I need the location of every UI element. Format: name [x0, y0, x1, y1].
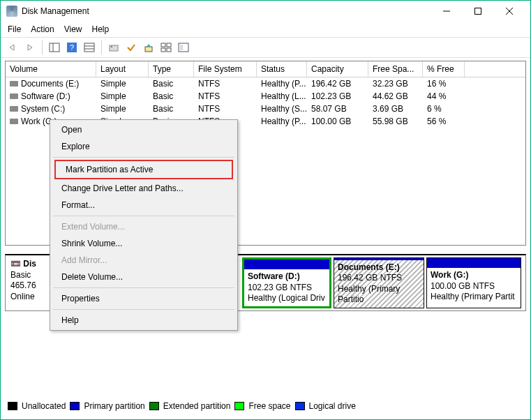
- partition-size: 100.00 GB NTFS: [431, 281, 495, 291]
- cell-layout: Simple: [96, 91, 149, 102]
- disk-icon: 📼: [10, 259, 23, 269]
- titlebar: Disk Management: [1, 1, 530, 22]
- partition-name: Documents (E:): [338, 262, 400, 272]
- col-pct[interactable]: % Free: [423, 61, 465, 77]
- list-icon: [84, 43, 95, 52]
- volume-name: System (C:): [21, 104, 65, 114]
- swatch-extended: [149, 402, 159, 410]
- action2-button[interactable]: [158, 40, 174, 55]
- cell-status: Healthy (S...: [257, 103, 307, 114]
- cm-open[interactable]: Open: [52, 121, 236, 138]
- col-layout[interactable]: Layout: [96, 61, 149, 77]
- menu-file[interactable]: File: [8, 24, 21, 34]
- help-icon: ?: [66, 42, 77, 53]
- maximize-button[interactable]: [462, 1, 493, 21]
- volume-name: Documents (E:): [21, 79, 79, 89]
- help-button[interactable]: ?: [64, 40, 80, 55]
- action1-button[interactable]: [141, 40, 156, 55]
- cm-explore[interactable]: Explore: [52, 138, 236, 155]
- legend-free: Free space: [248, 401, 290, 411]
- cell-free: 44.62 GB: [368, 91, 423, 102]
- cm-properties[interactable]: Properties: [52, 290, 236, 307]
- disk-status: Online: [10, 292, 35, 301]
- refresh-button[interactable]: [106, 40, 121, 55]
- window-controls: [431, 1, 525, 21]
- cell-fs: NTFS: [194, 78, 257, 89]
- cell-pct: 6 %: [423, 103, 465, 114]
- partition-health: Healthy (Primary Partitio: [338, 284, 400, 305]
- svg-rect-11: [110, 45, 118, 51]
- legend-extended: Extended partition: [163, 401, 231, 411]
- svg-rect-4: [50, 43, 59, 52]
- cell-status: Healthy (P...: [257, 78, 307, 89]
- cm-separator: [53, 216, 234, 216]
- cm-mark-active[interactable]: Mark Partition as Active: [56, 161, 232, 178]
- col-fs[interactable]: File System: [194, 61, 257, 77]
- svg-point-12: [111, 46, 112, 47]
- swatch-unallocated: [8, 402, 17, 410]
- close-button[interactable]: [493, 1, 525, 21]
- grid-icon: [160, 43, 172, 52]
- partition-health: Healthy (Primary Partit: [431, 292, 515, 301]
- table-row[interactable]: Software (D:)SimpleBasicNTFSHealthy (L..…: [6, 90, 525, 103]
- close-icon: [506, 8, 513, 15]
- refresh-icon: [108, 43, 119, 52]
- forward-button[interactable]: [22, 40, 38, 55]
- cell-capacity: 196.42 GB: [307, 78, 368, 89]
- partition[interactable]: Software (D:)102.23 GB NTFSHealthy (Logi…: [242, 257, 331, 308]
- col-free[interactable]: Free Spa...: [368, 61, 423, 77]
- back-button[interactable]: [5, 40, 20, 55]
- disk-size: 465.76: [10, 280, 36, 290]
- check-button[interactable]: [124, 40, 139, 55]
- menu-help[interactable]: Help: [92, 24, 110, 34]
- cell-capacity: 100.00 GB: [307, 116, 368, 127]
- toolbar-separator: [42, 40, 43, 54]
- cell-type: Basic: [149, 91, 194, 102]
- partition[interactable]: Work (G:)100.00 GB NTFSHealthy (Primary …: [426, 257, 521, 308]
- detail-icon: [178, 43, 189, 52]
- disk-type: Basic: [10, 270, 31, 280]
- cell-status: Healthy (L...: [257, 91, 307, 102]
- cell-free: 3.69 GB: [368, 103, 423, 114]
- cell-fs: NTFS: [194, 91, 257, 102]
- disk-title: Dis: [23, 259, 36, 269]
- col-volume[interactable]: Volume: [6, 61, 96, 77]
- show-hide-button[interactable]: [47, 40, 62, 55]
- toolbar: ?: [1, 37, 530, 58]
- cm-format[interactable]: Format...: [52, 197, 236, 213]
- cm-change-letter[interactable]: Change Drive Letter and Paths...: [52, 180, 236, 197]
- partition-body: Software (D:)102.23 GB NTFSHealthy (Logi…: [244, 269, 329, 306]
- legend-logical: Logical drive: [309, 401, 356, 411]
- col-type[interactable]: Type: [149, 61, 194, 77]
- volume-name: Software (D:): [21, 91, 70, 101]
- cm-separator: [53, 157, 234, 158]
- table-row[interactable]: System (C:)SimpleBasicNTFSHealthy (S...5…: [6, 103, 525, 115]
- svg-rect-13: [145, 47, 152, 52]
- cm-shrink[interactable]: Shrink Volume...: [52, 235, 236, 252]
- menubar: File Action View Help: [1, 22, 530, 37]
- volume-icon: [10, 81, 18, 87]
- cell-capacity: 58.07 GB: [307, 103, 368, 114]
- partition-size: 102.23 GB NTFS: [248, 283, 312, 292]
- list-view-button[interactable]: [82, 40, 97, 55]
- menu-action[interactable]: Action: [31, 24, 54, 34]
- cell-type: Basic: [149, 78, 194, 89]
- minimize-button[interactable]: [431, 1, 462, 21]
- partition-health: Healthy (Logical Driv: [248, 293, 325, 303]
- swatch-logical: [295, 402, 305, 410]
- table-row[interactable]: Documents (E:)SimpleBasicNTFSHealthy (P.…: [6, 77, 525, 90]
- cm-help[interactable]: Help: [52, 312, 236, 329]
- col-capacity[interactable]: Capacity: [307, 61, 368, 77]
- partition[interactable]: Documents (E:)196.42 GB NTFSHealthy (Pri…: [334, 257, 424, 308]
- svg-rect-1: [474, 8, 481, 15]
- legend: Unallocated Primary partition Extended p…: [8, 401, 356, 411]
- cm-delete[interactable]: Delete Volume...: [52, 269, 236, 285]
- col-status[interactable]: Status: [257, 61, 307, 77]
- svg-text:?: ?: [70, 43, 74, 52]
- minimize-icon: [443, 8, 450, 15]
- partition-name: Work (G:): [431, 270, 468, 280]
- action3-button[interactable]: [176, 40, 191, 55]
- menu-view[interactable]: View: [64, 24, 82, 34]
- swatch-primary: [70, 402, 80, 410]
- cell-layout: Simple: [96, 103, 149, 114]
